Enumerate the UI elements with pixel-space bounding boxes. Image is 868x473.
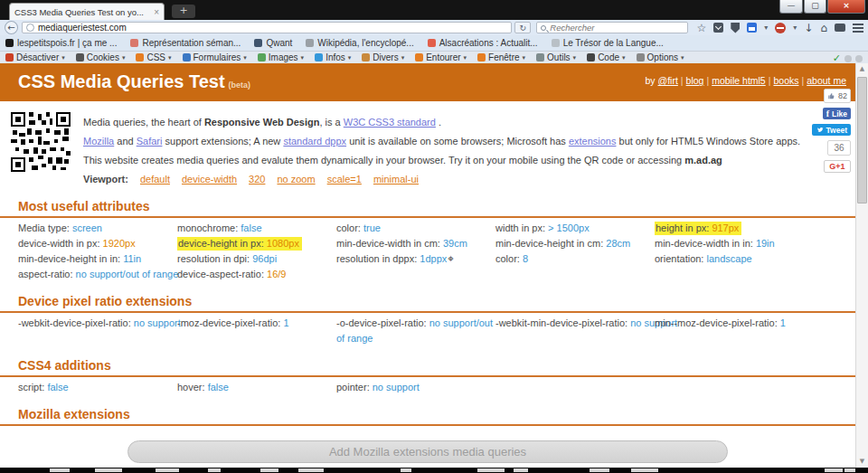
attribute-value[interactable]: 1080px	[267, 238, 299, 249]
byline-prefix: by	[646, 75, 658, 86]
devtoolbar-menu[interactable]: Désactiver▾	[5, 52, 65, 62]
attribute-value[interactable]: 1dppx	[420, 253, 447, 264]
tweet-button[interactable]: Tweet	[812, 124, 851, 136]
intro-text: but only for HTML5 Windows Store apps.	[616, 136, 800, 147]
attribute-value[interactable]: > 1500px	[548, 222, 590, 233]
viewport-link[interactable]: device-width	[182, 174, 237, 184]
minimize-button[interactable]: —	[779, 0, 803, 14]
attribute-value[interactable]: 1920px	[103, 238, 136, 249]
bookmark-item[interactable]: Wikipédia, l'encyclopé...	[306, 38, 413, 48]
attribute-label: monochrome:	[177, 222, 241, 233]
reload-button[interactable]: ↻	[514, 22, 531, 33]
intro-link[interactable]: W3C CSS3 standard	[344, 117, 436, 128]
downloads-icon[interactable]: ↓	[804, 22, 813, 34]
save-page-icon[interactable]	[747, 23, 757, 33]
devtoolbar-menu[interactable]: Outils▾	[536, 52, 576, 62]
devtoolbar-menu[interactable]: Divers▾	[362, 52, 404, 62]
byline-link[interactable]: mobile html5	[712, 75, 766, 86]
search-bar[interactable]	[536, 22, 687, 33]
tab-close-icon[interactable]: ×	[154, 7, 159, 17]
devtoolbar-menu[interactable]: Entourer▾	[415, 52, 467, 62]
intro-link[interactable]: extensions	[569, 136, 617, 147]
attribute-value[interactable]: false	[241, 222, 261, 233]
attribute-value[interactable]: 39cm	[443, 238, 467, 249]
bookmark-item[interactable]: lespetitspois.fr | ça me ...	[5, 38, 117, 48]
devtoolbar-menu[interactable]: CSS▾	[136, 52, 171, 62]
dropdown-caret-icon[interactable]: ▾	[793, 24, 797, 32]
scroll-up-icon[interactable]: ▲	[856, 63, 868, 75]
attribute-value[interactable]: landscape	[706, 253, 751, 264]
crosshair-cursor-icon: ⌖	[448, 252, 454, 265]
bookmark-item[interactable]: Le Trésor de la Langue...	[552, 38, 664, 48]
devtoolbar-menu[interactable]: Formulaires▾	[183, 52, 247, 62]
intro-link[interactable]: standard dppx	[283, 136, 346, 147]
attribute-value[interactable]: 11in	[123, 253, 141, 264]
dropdown-caret-icon[interactable]: ▾	[764, 24, 768, 32]
attribute-value[interactable]: false	[208, 382, 229, 393]
viewport-link[interactable]: minimal-ui	[373, 174, 419, 184]
google-plus-button[interactable]: G+1	[824, 160, 851, 173]
bookmark-item[interactable]: Alsacréations : Actualit...	[428, 38, 538, 48]
viewport-link[interactable]: default	[140, 174, 170, 184]
attribute-value[interactable]: 1	[780, 317, 786, 328]
close-button[interactable]: ×	[827, 0, 865, 14]
shield-icon[interactable]	[731, 23, 740, 33]
attribute-pair: -webkit-device-pixel-ratio: no support	[18, 317, 181, 328]
cutoff-segment	[631, 468, 658, 472]
attribute-value[interactable]: no support	[373, 382, 420, 393]
toolbar-icons: ☆ ▾ ▾ ↓ ⌂	[697, 22, 863, 34]
social-buttons-column: 82 f Like Tweet 36 G+1	[811, 89, 851, 173]
site-header: CSS Media Queries Test(beta) by @firt|bl…	[0, 63, 855, 101]
viewport-link[interactable]: 320	[249, 174, 265, 184]
add-mozilla-extensions-button[interactable]: Add Mozilla extensions media queries	[127, 440, 728, 463]
devtoolbar-menu[interactable]: Fenêtre▾	[477, 52, 525, 62]
cutoff-segment	[401, 468, 411, 472]
menu-icon[interactable]	[853, 22, 863, 34]
attribute-value[interactable]: no support/out of range	[76, 269, 179, 279]
intro-link[interactable]: Safari	[137, 136, 163, 147]
attribute-value[interactable]: false	[47, 382, 68, 393]
devtoolbar-menu-icon	[258, 53, 266, 61]
devtoolbar-menu[interactable]: Code▾	[587, 52, 625, 62]
home-icon[interactable]: ⌂	[820, 22, 827, 34]
scroll-down-icon[interactable]: ▼	[856, 456, 868, 468]
devtoolbar-menu[interactable]: Cookies▾	[76, 52, 126, 62]
intro-link[interactable]: Mozilla	[83, 136, 114, 147]
byline-link[interactable]: about me	[807, 75, 846, 86]
devtoolbar-menu-icon	[536, 53, 544, 61]
attribute-value[interactable]: 917px	[712, 222, 739, 233]
attribute-value[interactable]: 8	[523, 253, 528, 264]
byline-link[interactable]: @firt	[658, 75, 678, 86]
new-tab-button[interactable]: +	[172, 5, 195, 18]
byline-link[interactable]: blog	[686, 75, 704, 86]
attribute-value[interactable]: 96dpi	[252, 253, 277, 264]
facebook-like-button[interactable]: f Like	[823, 108, 851, 119]
devtoolbar-menu[interactable]: Infos▾	[315, 52, 351, 62]
adblocker-icon[interactable]	[775, 23, 786, 33]
url-bar[interactable]	[22, 22, 512, 33]
active-tab[interactable]: CSS3 Media Queries Test on yo... ×	[9, 3, 165, 20]
attribute-value[interactable]: 1	[283, 317, 288, 328]
bookmark-star-icon[interactable]: ☆	[697, 22, 707, 34]
devtoolbar-menu[interactable]: Images▾	[258, 52, 304, 62]
maximize-button[interactable]: ▢	[804, 0, 826, 14]
page-scrollbar[interactable]: ▲ ▼	[855, 63, 868, 468]
scrollbar-thumb[interactable]	[857, 77, 867, 203]
attribute-value[interactable]: screen	[72, 222, 102, 233]
back-button[interactable]: ←	[5, 21, 18, 34]
attribute-value[interactable]: 19in	[756, 238, 775, 249]
bookmark-item[interactable]: Représentation séman...	[130, 38, 241, 48]
viewport-link[interactable]: scale=1	[327, 174, 362, 184]
viewport-link[interactable]: no zoom	[277, 174, 315, 184]
attribute-value[interactable]: no support	[134, 317, 181, 328]
attribute-value[interactable]: 16/9	[267, 269, 286, 279]
byline-link[interactable]: books	[773, 75, 798, 86]
url-input[interactable]	[38, 23, 507, 33]
pocket-icon[interactable]	[713, 23, 723, 33]
chat-icon[interactable]	[835, 24, 845, 32]
attribute-value[interactable]: 28cm	[606, 238, 630, 249]
attribute-value[interactable]: true	[363, 222, 381, 233]
search-input[interactable]	[550, 23, 683, 33]
devtoolbar-menu[interactable]: Options▾	[637, 52, 684, 62]
bookmark-item[interactable]: Qwant	[254, 38, 292, 48]
